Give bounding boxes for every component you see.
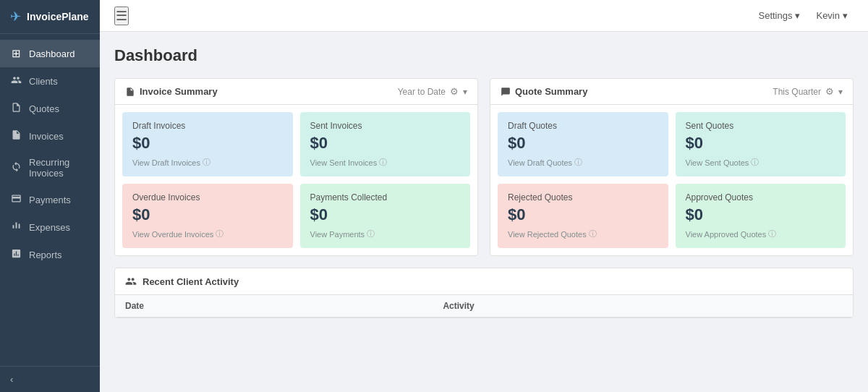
- user-chevron-icon: ▾: [843, 10, 848, 21]
- quote-summary-card: Quote Summary This Quarter ⚙ ▾ Draft Quo…: [490, 78, 854, 256]
- activity-table: Date Activity: [115, 295, 853, 318]
- invoice-payments-label: Payments Collected: [310, 192, 461, 203]
- invoice-summary-chevron: ▾: [463, 87, 467, 97]
- settings-button[interactable]: Settings ▾: [752, 7, 806, 24]
- sidebar-item-label: Recurring Invoices: [29, 157, 90, 179]
- activity-header: Recent Client Activity: [115, 268, 853, 295]
- dashboard-grid: Invoice Summary Year to Date ⚙ ▾ Draft I…: [114, 78, 854, 256]
- invoice-summary-title-text: Invoice Summary: [140, 86, 218, 97]
- invoice-summary-header: Invoice Summary Year to Date ⚙ ▾: [115, 79, 477, 105]
- invoice-payments-link-icon: ⓘ: [367, 229, 375, 239]
- invoice-tile-sent: Sent Invoices $0 View Sent Invoices ⓘ: [300, 112, 471, 176]
- sidebar-item-label: Invoices: [29, 131, 64, 142]
- quote-approved-label: Approved Quotes: [686, 192, 836, 203]
- invoice-payments-link[interactable]: View Payments ⓘ: [310, 229, 461, 239]
- sidebar-item-label: Dashboard: [29, 48, 75, 59]
- quote-approved-value: $0: [686, 205, 836, 224]
- invoice-tile-draft: Draft Invoices $0 View Draft Invoices ⓘ: [122, 112, 293, 176]
- invoice-summary-period: Year to Date: [398, 87, 446, 97]
- invoice-sent-label: Sent Invoices: [310, 121, 461, 131]
- quote-rejected-link[interactable]: View Rejected Quotes ⓘ: [508, 229, 658, 239]
- sidebar-item-invoices[interactable]: Invoices: [0, 122, 100, 150]
- user-button[interactable]: Kevin ▾: [810, 7, 854, 24]
- quote-approved-link-icon: ⓘ: [768, 229, 776, 239]
- topbar-right: Settings ▾ Kevin ▾: [752, 7, 854, 24]
- invoice-summary-gear-btn[interactable]: ⚙: [450, 86, 459, 97]
- payments-icon: [10, 193, 22, 206]
- invoice-overdue-link-icon: ⓘ: [216, 229, 224, 239]
- sidebar-item-expenses[interactable]: Expenses: [0, 213, 100, 241]
- invoice-sent-link[interactable]: View Sent Invoices ⓘ: [310, 157, 461, 168]
- invoice-tile-overdue: Overdue Invoices $0 View Overdue Invoice…: [122, 184, 293, 248]
- sidebar-item-reports[interactable]: Reports: [0, 241, 100, 268]
- invoice-sent-value: $0: [310, 134, 461, 153]
- quote-approved-link[interactable]: View Approved Quotes ⓘ: [686, 229, 836, 239]
- activity-icon: [125, 276, 137, 287]
- invoice-overdue-value: $0: [132, 205, 283, 224]
- page-title: Dashboard: [114, 46, 854, 65]
- sidebar-item-clients[interactable]: Clients: [0, 67, 100, 95]
- sidebar-item-label: Quotes: [29, 103, 59, 114]
- sidebar: ✈ InvoicePlane ⊞ Dashboard Clients Quote…: [0, 0, 100, 392]
- quotes-icon: [10, 102, 22, 115]
- quote-sent-value: $0: [686, 134, 836, 153]
- sidebar-item-label: Clients: [29, 76, 58, 87]
- settings-label: Settings: [758, 10, 792, 21]
- quote-summary-chevron: ▾: [838, 87, 843, 97]
- sidebar-item-recurring[interactable]: Recurring Invoices: [0, 150, 100, 186]
- invoice-overdue-label: Overdue Invoices: [132, 192, 283, 203]
- quote-draft-link[interactable]: View Draft Quotes ⓘ: [508, 157, 658, 168]
- quote-draft-label: Draft Quotes: [508, 121, 658, 131]
- invoice-tile-payments: Payments Collected $0 View Payments ⓘ: [300, 184, 471, 248]
- quote-summary-title: Quote Summary: [501, 86, 587, 97]
- invoice-draft-link[interactable]: View Draft Invoices ⓘ: [132, 157, 283, 168]
- main-content: ☰ Settings ▾ Kevin ▾ Dashboard Invoice: [100, 0, 868, 392]
- reports-icon: [10, 248, 22, 261]
- quote-summary-header: Quote Summary This Quarter ⚙ ▾: [490, 79, 853, 105]
- invoices-icon: [10, 129, 22, 142]
- hamburger-icon: ☰: [116, 9, 127, 23]
- sidebar-nav: ⊞ Dashboard Clients Quotes Invoices: [0, 34, 100, 366]
- logo-icon: ✈: [10, 9, 21, 25]
- quote-draft-value: $0: [508, 134, 658, 153]
- quote-summary-period: This Quarter: [773, 87, 821, 97]
- invoice-draft-value: $0: [132, 134, 283, 153]
- app-name: InvoicePlane: [27, 11, 89, 22]
- recurring-icon: [10, 161, 22, 174]
- sidebar-collapse-btn[interactable]: ‹: [0, 366, 100, 392]
- quote-sent-link[interactable]: View Sent Quotes ⓘ: [686, 157, 836, 168]
- page-content: Dashboard Invoice Summary Year to Date ⚙…: [100, 32, 868, 392]
- expenses-icon: [10, 221, 22, 234]
- quote-tiles-grid: Draft Quotes $0 View Draft Quotes ⓘ Sent…: [490, 105, 853, 255]
- activity-col-activity: Activity: [433, 295, 853, 318]
- quote-tile-rejected: Rejected Quotes $0 View Rejected Quotes …: [498, 184, 668, 248]
- sidebar-item-quotes[interactable]: Quotes: [0, 95, 100, 122]
- sidebar-item-dashboard[interactable]: ⊞ Dashboard: [0, 40, 100, 67]
- activity-card: Recent Client Activity Date Activity: [114, 268, 854, 318]
- dashboard-icon: ⊞: [10, 47, 22, 60]
- invoice-summary-title: Invoice Summary: [125, 86, 218, 97]
- invoice-draft-label: Draft Invoices: [132, 121, 283, 131]
- quote-tile-sent: Sent Quotes $0 View Sent Quotes ⓘ: [676, 112, 846, 176]
- topbar: ☰ Settings ▾ Kevin ▾: [100, 0, 868, 32]
- invoice-draft-link-icon: ⓘ: [203, 157, 210, 168]
- user-label: Kevin: [816, 10, 840, 21]
- hamburger-button[interactable]: ☰: [114, 7, 129, 25]
- clients-icon: [10, 74, 22, 88]
- activity-title: Recent Client Activity: [142, 276, 239, 287]
- quote-rejected-link-icon: ⓘ: [589, 229, 597, 239]
- invoice-overdue-link[interactable]: View Overdue Invoices ⓘ: [132, 229, 283, 239]
- invoice-sent-link-icon: ⓘ: [379, 157, 387, 168]
- collapse-icon: ‹: [10, 374, 13, 385]
- activity-col-date: Date: [115, 295, 433, 318]
- invoice-summary-card: Invoice Summary Year to Date ⚙ ▾ Draft I…: [114, 78, 478, 256]
- sidebar-item-label: Expenses: [29, 222, 70, 233]
- quote-summary-gear-btn[interactable]: ⚙: [825, 86, 834, 97]
- invoice-tiles-grid: Draft Invoices $0 View Draft Invoices ⓘ …: [115, 105, 477, 255]
- topbar-left: ☰: [114, 7, 129, 25]
- sidebar-item-payments[interactable]: Payments: [0, 186, 100, 213]
- quote-sent-label: Sent Quotes: [686, 121, 836, 131]
- quote-summary-controls: This Quarter ⚙ ▾: [773, 86, 843, 97]
- invoice-payments-value: $0: [310, 205, 461, 224]
- sidebar-logo[interactable]: ✈ InvoicePlane: [0, 0, 100, 34]
